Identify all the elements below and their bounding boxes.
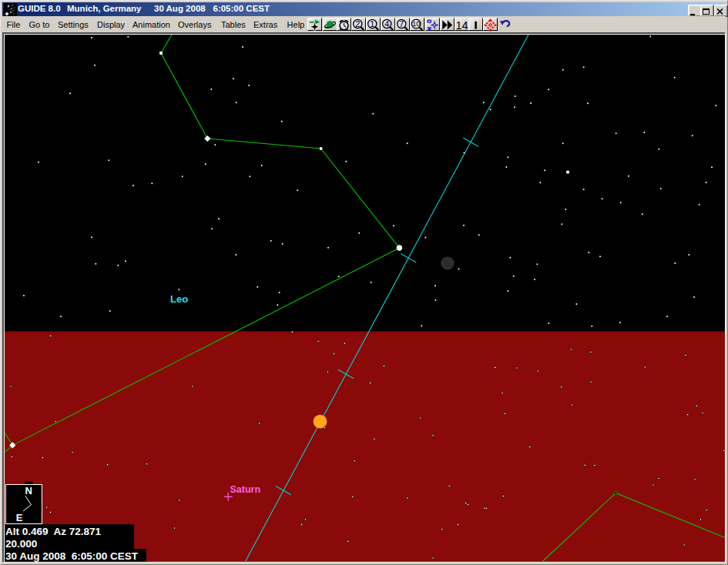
svg-text:1: 1 bbox=[370, 19, 374, 28]
svg-text:2: 2 bbox=[355, 19, 360, 28]
svg-text:Leo: Leo bbox=[170, 293, 188, 305]
svg-text:4: 4 bbox=[384, 19, 389, 28]
svg-text:E: E bbox=[16, 512, 23, 523]
svg-text:14: 14 bbox=[455, 19, 468, 32]
svg-text:10: 10 bbox=[412, 20, 420, 28]
svg-text:20.000: 20.000 bbox=[5, 538, 37, 550]
svg-text:7: 7 bbox=[399, 19, 404, 28]
svg-text:30 Aug 2008 6:05:00 CEST: 30 Aug 2008 6:05:00 CEST bbox=[5, 550, 139, 562]
svg-text:Alt 0.469 Az 72.871: Alt 0.469 Az 72.871 bbox=[5, 526, 102, 537]
svg-text:Saturn: Saturn bbox=[230, 484, 261, 495]
svg-text:N: N bbox=[25, 485, 32, 496]
